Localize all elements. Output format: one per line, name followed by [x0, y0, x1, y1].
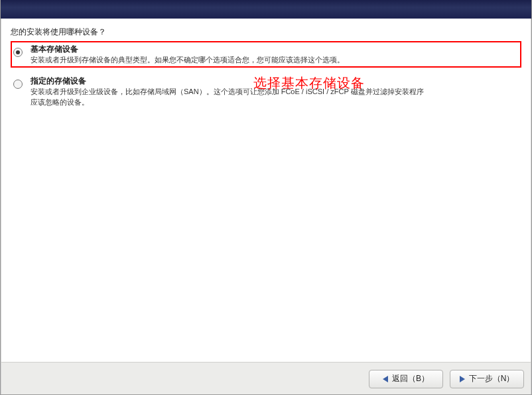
prompt-text: 您的安装将使用哪种设备？	[11, 27, 106, 38]
radio-specialized[interactable]	[11, 76, 27, 89]
option-basic-text: 基本存储设备 安装或者升级到存储设备的典型类型。如果您不确定哪个选项适合您，您可…	[27, 44, 521, 65]
content-area: 您的安装将使用哪种设备？ 基本存储设备 安装或者升级到存储设备的典型类型。如果您…	[1, 19, 531, 362]
back-button[interactable]: 返回（B）	[369, 370, 443, 388]
annotation-text: 选择基本存储设备	[253, 74, 365, 92]
installer-window: 您的安装将使用哪种设备？ 基本存储设备 安装或者升级到存储设备的典型类型。如果您…	[0, 0, 532, 395]
arrow-right-icon	[460, 376, 465, 382]
option-basic-desc: 安装或者升级到存储设备的典型类型。如果您不确定哪个选项适合您，您可能应该选择这个…	[31, 55, 521, 65]
button-bar: 返回（B） 下一步（N）	[1, 362, 531, 395]
radio-selected-dot-icon	[16, 50, 20, 54]
radio-outer-icon	[13, 80, 23, 89]
back-button-label: 返回（B）	[392, 373, 429, 384]
next-button-label: 下一步（N）	[469, 373, 515, 384]
option-specialized-desc-line2: 应该忽略的设备。	[31, 97, 521, 107]
arrow-left-icon	[383, 376, 388, 382]
next-button[interactable]: 下一步（N）	[450, 370, 524, 388]
option-basic-title: 基本存储设备	[31, 44, 521, 54]
header-banner	[0, 0, 532, 19]
radio-outer-icon	[13, 48, 23, 57]
storage-option-basic[interactable]: 基本存储设备 安装或者升级到存储设备的典型类型。如果您不确定哪个选项适合您，您可…	[11, 44, 521, 65]
radio-basic[interactable]	[11, 44, 27, 57]
